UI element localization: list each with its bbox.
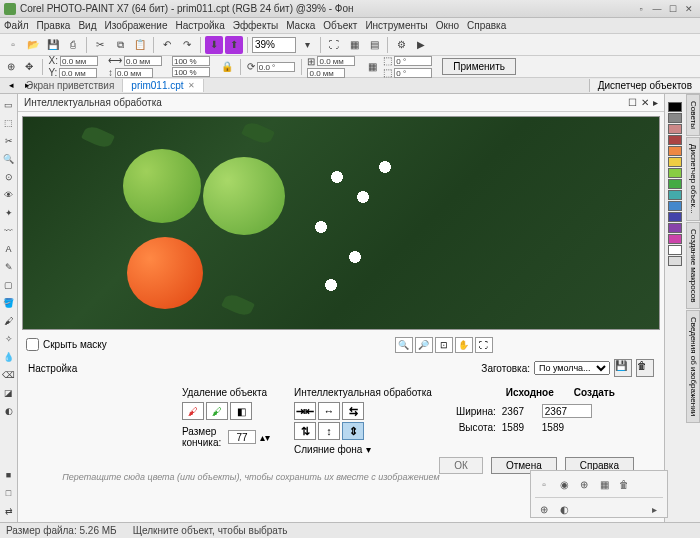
color-swatch[interactable]	[668, 146, 682, 156]
color-swatch[interactable]	[668, 157, 682, 167]
hide-mask-checkbox[interactable]	[26, 338, 39, 351]
eraser-icon[interactable]: ◧	[230, 402, 252, 420]
contract-h-icon[interactable]: ⇥⇤	[294, 402, 316, 420]
nav-fwd-icon[interactable]: ▸	[20, 78, 34, 92]
color-swatch[interactable]	[668, 135, 682, 145]
doc-icon[interactable]: ▫	[634, 3, 648, 15]
clone-tool-icon[interactable]: ⊙	[2, 170, 16, 184]
rect-tool-icon[interactable]: ▢	[2, 278, 16, 292]
new-object-icon[interactable]: ▫	[537, 477, 551, 491]
print-icon[interactable]: ⎙	[64, 36, 82, 54]
shadow-tool-icon[interactable]: ◪	[2, 386, 16, 400]
panel-menu-icon[interactable]: ▸	[647, 502, 661, 516]
import-icon[interactable]: ⬇	[205, 36, 223, 54]
zoom-dropdown-icon[interactable]: ▾	[298, 36, 316, 54]
apply-button[interactable]: Применить	[442, 58, 516, 75]
copy-icon[interactable]: ⧉	[111, 36, 129, 54]
zoom-in-icon[interactable]: 🔍	[395, 337, 413, 353]
opacity-icon[interactable]: ◐	[557, 502, 571, 516]
color-swatch[interactable]	[668, 212, 682, 222]
dialog-help-icon[interactable]: ▸	[653, 97, 658, 108]
skew-x[interactable]: 0 °	[394, 56, 432, 66]
color-swatch[interactable]	[668, 256, 682, 266]
menu-adjust[interactable]: Настройка	[175, 20, 224, 31]
undo-icon[interactable]: ↶	[158, 36, 176, 54]
color-swatch[interactable]	[668, 223, 682, 233]
brush-tool-icon[interactable]: 🖌	[2, 314, 16, 328]
angle-field[interactable]: 0.0 °	[257, 62, 295, 72]
bg-color-icon[interactable]: □	[2, 486, 16, 500]
erase-tool-icon[interactable]: ⌫	[2, 368, 16, 382]
zoom-tool-icon[interactable]: 🔍	[2, 152, 16, 166]
zoom-level[interactable]: 39%	[252, 37, 296, 53]
menu-window[interactable]: Окно	[436, 20, 459, 31]
auto-h-icon[interactable]: ⇆	[342, 402, 364, 420]
actual-icon[interactable]: ⛶	[475, 337, 493, 353]
color-swatch[interactable]	[668, 124, 682, 134]
fg-color-icon[interactable]: ■	[2, 468, 16, 482]
scale-y[interactable]: 100 %	[172, 67, 210, 77]
grid-icon[interactable]: ▤	[365, 36, 383, 54]
new-icon[interactable]: ▫	[4, 36, 22, 54]
color-swatch[interactable]	[668, 102, 682, 112]
menu-tools[interactable]: Инструменты	[365, 20, 427, 31]
bg-blend-dropdown-icon[interactable]: ▾	[366, 444, 371, 455]
maximize-button[interactable]: ☐	[666, 3, 680, 15]
launch-icon[interactable]: ▶	[412, 36, 430, 54]
scale-x[interactable]: 100 %	[172, 56, 210, 66]
width-field[interactable]: 0.0 мм	[124, 56, 162, 66]
color-swatch[interactable]	[668, 234, 682, 244]
save-preset-icon[interactable]: 💾	[614, 359, 632, 377]
expand-h-icon[interactable]: ↔	[318, 402, 340, 420]
menu-mask[interactable]: Маска	[286, 20, 315, 31]
redeye-tool-icon[interactable]: 👁	[2, 188, 16, 202]
contract-v-icon[interactable]: ⇅	[294, 422, 316, 440]
vtab-objects[interactable]: Диспетчер объек...	[686, 137, 700, 221]
menu-object[interactable]: Объект	[323, 20, 357, 31]
redo-icon[interactable]: ↷	[178, 36, 196, 54]
height-field[interactable]: 0.0 мм	[115, 68, 153, 78]
tab-document[interactable]: prim011.cpt✕	[123, 79, 203, 92]
brush-size-input[interactable]	[228, 430, 256, 444]
close-tab-icon[interactable]: ✕	[188, 81, 195, 90]
path-tool-icon[interactable]: ✎	[2, 260, 16, 274]
export-icon[interactable]: ⬆	[225, 36, 243, 54]
preset-dropdown[interactable]: По умолча...	[534, 361, 610, 375]
group-icon[interactable]: ▦	[597, 477, 611, 491]
lock-obj-icon[interactable]: ⊕	[537, 502, 551, 516]
zoom-out-icon[interactable]: 🔎	[415, 337, 433, 353]
preserve-brush-icon[interactable]: 🖌	[206, 402, 228, 420]
center-x[interactable]: 0.0 мм	[317, 56, 355, 66]
fullscreen-icon[interactable]: ⛶	[325, 36, 343, 54]
lock-ratio-icon[interactable]: 🔒	[220, 58, 234, 76]
center-y[interactable]: 0.0 мм	[307, 68, 345, 78]
swap-color-icon[interactable]: ⇄	[2, 504, 16, 518]
nav-back-icon[interactable]: ◂	[4, 78, 18, 92]
combine-icon[interactable]: ⊕	[577, 477, 591, 491]
fit-icon[interactable]: ⊡	[435, 337, 453, 353]
save-icon[interactable]: 💾	[44, 36, 62, 54]
dialog-restore-icon[interactable]: ☐	[628, 97, 637, 108]
vtab-imageinfo[interactable]: Сведения об изображении	[686, 310, 700, 423]
opts-icon[interactable]: ⚙	[392, 36, 410, 54]
transparency-tool-icon[interactable]: ◐	[2, 404, 16, 418]
vtab-macros[interactable]: Создание макросов	[686, 222, 700, 309]
expand-v-icon[interactable]: ↕	[318, 422, 340, 440]
menu-help[interactable]: Справка	[467, 20, 506, 31]
open-icon[interactable]: 📂	[24, 36, 42, 54]
touchup-tool-icon[interactable]: ✦	[2, 206, 16, 220]
transform-icon[interactable]: ⊕	[4, 58, 18, 76]
dialog-close-icon[interactable]: ✕	[641, 97, 649, 108]
crop-tool-icon[interactable]: ✂	[2, 134, 16, 148]
effect-tool-icon[interactable]: ✧	[2, 332, 16, 346]
auto-v-icon[interactable]: ⇕	[342, 422, 364, 440]
color-swatch[interactable]	[668, 179, 682, 189]
remove-brush-icon[interactable]: 🖌	[182, 402, 204, 420]
close-button[interactable]: ✕	[682, 3, 696, 15]
vtab-hints[interactable]: Советы	[686, 94, 700, 136]
cut-icon[interactable]: ✂	[91, 36, 109, 54]
color-swatch[interactable]	[668, 168, 682, 178]
brush-stepper-icon[interactable]: ▴▾	[260, 432, 270, 443]
delete-object-icon[interactable]: 🗑	[617, 477, 631, 491]
color-swatch[interactable]	[668, 245, 682, 255]
